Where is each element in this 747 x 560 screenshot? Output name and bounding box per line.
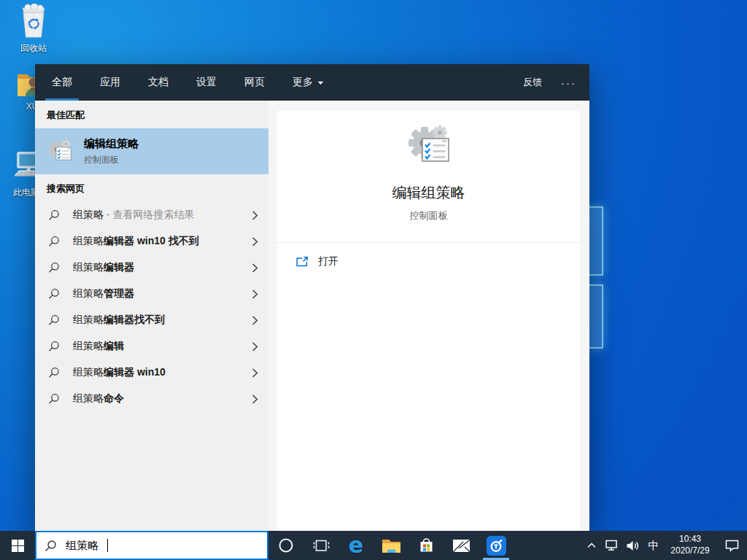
- result-preview-pane: 编辑组策略 控制面板 打开: [277, 111, 580, 531]
- best-match-title: 编辑组策略: [84, 137, 139, 151]
- suggestion-text: 组策略管理器: [73, 287, 134, 300]
- tab-all[interactable]: 全部: [48, 64, 76, 101]
- open-action[interactable]: 打开: [277, 243, 580, 268]
- chevron-right-icon[interactable]: [252, 289, 258, 299]
- best-match-subtitle: 控制面板: [84, 154, 139, 166]
- start-button[interactable]: [0, 531, 35, 560]
- search-icon: [48, 236, 60, 247]
- suggestion-text: 组策略编辑: [73, 340, 124, 353]
- chevron-right-icon[interactable]: [252, 263, 258, 273]
- tab-label: 网页: [244, 76, 265, 89]
- web-suggestion-row[interactable]: 组策略编辑: [35, 333, 268, 359]
- suggestion-text: 组策略编辑器 win10: [73, 366, 166, 379]
- suggestion-text: 组策略编辑器找不到: [73, 314, 165, 327]
- web-suggestion-row[interactable]: 组策略管理器: [35, 281, 268, 307]
- cortana-icon: [278, 537, 294, 553]
- task-view-icon: [313, 539, 330, 553]
- system-tray: 中 10:43 2020/7/29: [582, 531, 747, 560]
- file-explorer-button[interactable]: [374, 531, 409, 560]
- clock-time: 10:43: [664, 534, 716, 545]
- search-panel: 全部应用文档设置网页更多 反馈 ··· 最佳匹配 编辑组策略 控制面板 搜索网页…: [35, 64, 589, 531]
- clock[interactable]: 10:43 2020/7/29: [664, 534, 716, 556]
- open-external-icon: [295, 256, 309, 268]
- cortana-button[interactable]: [268, 531, 303, 560]
- best-match-section-title: 最佳匹配: [35, 101, 268, 128]
- ime-indicator[interactable]: 中: [643, 531, 664, 560]
- web-suggestion-row[interactable]: 组策略编辑器: [35, 254, 268, 281]
- chevron-right-icon[interactable]: [252, 342, 258, 351]
- search-results-body: 最佳匹配 编辑组策略 控制面板 搜索网页 组策略 - 查看网络搜索结果组策略编辑…: [35, 101, 589, 531]
- tray-overflow-button[interactable]: [582, 531, 601, 560]
- recycle-bin-icon: [9, 4, 58, 40]
- desktop-icon-recycle-bin[interactable]: 回收站: [9, 4, 58, 55]
- taskbar-search-box[interactable]: 组策略: [35, 531, 268, 560]
- microsoft-store-icon: [418, 537, 435, 554]
- feedback-button[interactable]: 反馈: [523, 76, 542, 89]
- search-tabs: 全部应用文档设置网页更多: [48, 64, 348, 101]
- volume-button[interactable]: [622, 531, 643, 560]
- wallpaper-logo-pane-top: [588, 206, 603, 276]
- chevron-right-icon[interactable]: [252, 211, 258, 220]
- taskbar: 组策略 e: [0, 531, 747, 560]
- tab-more[interactable]: 更多: [289, 64, 328, 101]
- search-icon: [48, 314, 60, 326]
- edge-button[interactable]: e: [338, 531, 374, 560]
- tab-label: 更多: [293, 76, 313, 89]
- clock-date: 2020/7/29: [664, 545, 716, 557]
- search-icon: [48, 393, 60, 405]
- action-center-button[interactable]: [716, 531, 747, 560]
- search-filter-bar: 全部应用文档设置网页更多 反馈 ···: [35, 64, 589, 101]
- search-icon: [48, 209, 60, 221]
- tab-docs[interactable]: 文档: [144, 64, 172, 101]
- task-view-button[interactable]: [303, 531, 338, 560]
- preview-title: 编辑组策略: [277, 183, 580, 203]
- tab-label: 文档: [148, 76, 169, 89]
- suggestion-text: 组策略编辑器: [73, 261, 134, 274]
- search-icon: [48, 341, 60, 352]
- chevron-right-icon[interactable]: [252, 368, 258, 378]
- tab-label: 设置: [196, 76, 217, 89]
- more-options-button[interactable]: ···: [561, 77, 576, 89]
- chevron-right-icon[interactable]: [252, 394, 258, 404]
- web-suggestion-row[interactable]: 组策略编辑器 win10 找不到: [35, 228, 268, 254]
- best-match-result[interactable]: 编辑组策略 控制面板: [35, 128, 268, 174]
- notification-icon: [725, 540, 739, 552]
- group-policy-icon: [47, 139, 73, 165]
- mail-icon: [452, 539, 471, 553]
- network-button[interactable]: [601, 531, 622, 560]
- open-action-label: 打开: [318, 255, 338, 268]
- wallpaper-logo-pane-bottom: [588, 284, 603, 349]
- search-icon: [48, 262, 60, 273]
- search-input-value: 组策略: [66, 539, 98, 553]
- web-search-section-title: 搜索网页: [35, 174, 268, 202]
- web-suggestion-row[interactable]: 组策略编辑器 win10: [35, 359, 268, 386]
- suggestion-text: 组策略 - 查看网络搜索结果: [73, 209, 194, 222]
- chevron-right-icon[interactable]: [252, 316, 258, 325]
- file-explorer-icon: [382, 537, 401, 553]
- chevron-up-icon: [587, 542, 596, 548]
- chevron-right-icon[interactable]: [252, 237, 258, 246]
- tab-apps[interactable]: 应用: [96, 64, 124, 101]
- web-suggestion-row[interactable]: 组策略命令: [35, 386, 268, 412]
- results-list-column: 最佳匹配 编辑组策略 控制面板 搜索网页 组策略 - 查看网络搜索结果组策略编辑…: [35, 101, 268, 531]
- web-suggestion-row[interactable]: 组策略 - 查看网络搜索结果: [35, 202, 268, 228]
- suggestion-text: 组策略编辑器 win10 找不到: [73, 235, 199, 248]
- group-policy-icon-large: [277, 123, 580, 170]
- text-caret: [107, 539, 108, 552]
- search-icon: [48, 288, 60, 300]
- edge-icon: e: [349, 534, 363, 556]
- search-icon: [44, 540, 57, 552]
- tab-settings[interactable]: 设置: [193, 64, 220, 101]
- tab-label: 应用: [100, 76, 120, 89]
- windows-logo-icon: [12, 540, 24, 552]
- speaker-icon: [626, 540, 640, 551]
- search-icon: [48, 367, 60, 378]
- todesk-app-button[interactable]: [479, 531, 514, 560]
- tab-web[interactable]: 网页: [241, 64, 268, 101]
- web-suggestion-row[interactable]: 组策略编辑器找不到: [35, 307, 268, 333]
- tab-label: 全部: [52, 76, 72, 89]
- mail-button[interactable]: [444, 531, 479, 560]
- network-icon: [605, 540, 619, 551]
- chevron-down-icon: [317, 81, 324, 85]
- microsoft-store-button[interactable]: [409, 531, 444, 560]
